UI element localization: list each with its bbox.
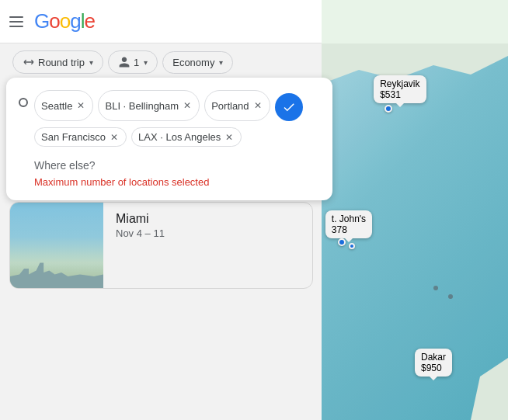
chip-lax[interactable]: LAX · Los Angeles ✕ (131, 127, 242, 147)
chip-seattle-close[interactable]: ✕ (75, 100, 86, 111)
chip-lax-close[interactable]: ✕ (224, 132, 235, 143)
chip-sanfrancisco[interactable]: San Francisco ✕ (34, 127, 127, 147)
chip-sanfrancisco-label: San Francisco (41, 131, 106, 143)
second-chips-row: San Francisco ✕ LAX · Los Angeles ✕ (19, 127, 320, 147)
location-chips-area-2: San Francisco ✕ LAX · Los Angeles ✕ (34, 127, 320, 147)
checkmark-icon (282, 100, 296, 114)
chip-bellingham-close[interactable]: ✕ (182, 100, 193, 111)
location-chips-area: Seattle ✕ BLI · Bellingham ✕ Portland ✕ (34, 90, 320, 121)
origin-dot-icon (19, 98, 28, 107)
chip-bellingham-label: BLI · Bellingham (105, 100, 179, 112)
hamburger-menu[interactable] (9, 16, 23, 27)
chip-bellingham[interactable]: BLI · Bellingham ✕ (98, 90, 200, 121)
origin-row: Seattle ✕ BLI · Bellingham ✕ Portland ✕ (19, 90, 320, 121)
chip-sanfrancisco-close[interactable]: ✕ (109, 132, 120, 143)
where-else-text[interactable]: Where else? (19, 153, 320, 175)
google-logo: Google (34, 9, 95, 33)
max-locations-message: Maximum number of locations selected (19, 175, 320, 188)
origin-dropdown-panel: Seattle ✕ BLI · Bellingham ✕ Portland ✕ … (6, 78, 332, 200)
chip-portland-label: Portland (211, 100, 249, 112)
chip-portland[interactable]: Portland ✕ (204, 90, 270, 121)
chip-portland-close[interactable]: ✕ (252, 100, 263, 111)
chip-seattle-label: Seattle (41, 100, 72, 112)
confirm-button[interactable] (275, 93, 303, 121)
chip-lax-label: LAX · Los Angeles (138, 131, 221, 143)
chip-seattle[interactable]: Seattle ✕ (34, 90, 93, 121)
